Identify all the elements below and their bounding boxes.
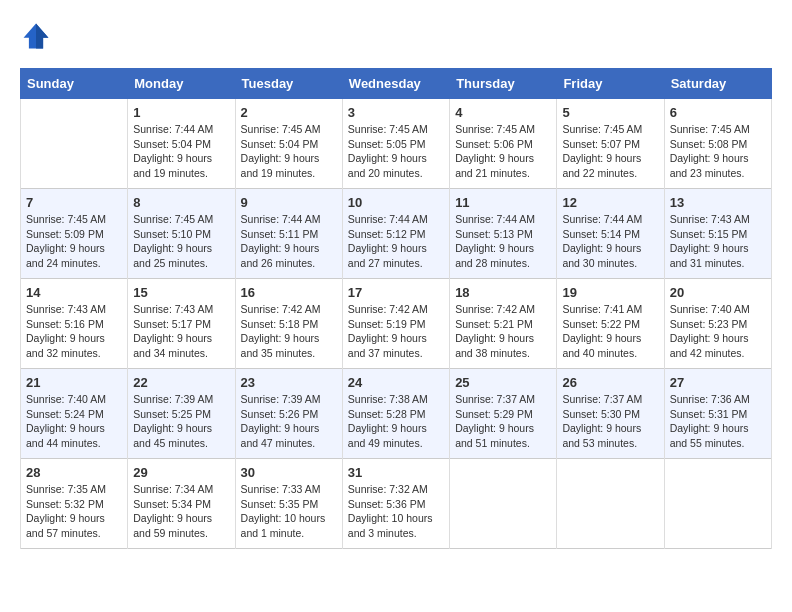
day-info: Sunrise: 7:45 AM Sunset: 5:04 PM Dayligh…	[241, 122, 337, 181]
column-header-thursday: Thursday	[450, 69, 557, 99]
day-cell: 4Sunrise: 7:45 AM Sunset: 5:06 PM Daylig…	[450, 99, 557, 189]
day-info: Sunrise: 7:45 AM Sunset: 5:09 PM Dayligh…	[26, 212, 122, 271]
day-number: 4	[455, 105, 551, 120]
day-cell: 10Sunrise: 7:44 AM Sunset: 5:12 PM Dayli…	[342, 189, 449, 279]
day-number: 16	[241, 285, 337, 300]
day-cell: 22Sunrise: 7:39 AM Sunset: 5:25 PM Dayli…	[128, 369, 235, 459]
week-row-1: 1Sunrise: 7:44 AM Sunset: 5:04 PM Daylig…	[21, 99, 772, 189]
day-info: Sunrise: 7:32 AM Sunset: 5:36 PM Dayligh…	[348, 482, 444, 541]
day-cell: 1Sunrise: 7:44 AM Sunset: 5:04 PM Daylig…	[128, 99, 235, 189]
week-row-3: 14Sunrise: 7:43 AM Sunset: 5:16 PM Dayli…	[21, 279, 772, 369]
day-cell: 18Sunrise: 7:42 AM Sunset: 5:21 PM Dayli…	[450, 279, 557, 369]
day-cell: 9Sunrise: 7:44 AM Sunset: 5:11 PM Daylig…	[235, 189, 342, 279]
day-info: Sunrise: 7:42 AM Sunset: 5:18 PM Dayligh…	[241, 302, 337, 361]
day-info: Sunrise: 7:37 AM Sunset: 5:29 PM Dayligh…	[455, 392, 551, 451]
day-info: Sunrise: 7:44 AM Sunset: 5:11 PM Dayligh…	[241, 212, 337, 271]
day-info: Sunrise: 7:45 AM Sunset: 5:10 PM Dayligh…	[133, 212, 229, 271]
day-info: Sunrise: 7:44 AM Sunset: 5:04 PM Dayligh…	[133, 122, 229, 181]
day-number: 10	[348, 195, 444, 210]
day-cell: 13Sunrise: 7:43 AM Sunset: 5:15 PM Dayli…	[664, 189, 771, 279]
day-info: Sunrise: 7:41 AM Sunset: 5:22 PM Dayligh…	[562, 302, 658, 361]
day-number: 17	[348, 285, 444, 300]
calendar-body: 1Sunrise: 7:44 AM Sunset: 5:04 PM Daylig…	[21, 99, 772, 549]
column-header-sunday: Sunday	[21, 69, 128, 99]
day-cell: 7Sunrise: 7:45 AM Sunset: 5:09 PM Daylig…	[21, 189, 128, 279]
day-cell: 30Sunrise: 7:33 AM Sunset: 5:35 PM Dayli…	[235, 459, 342, 549]
column-header-friday: Friday	[557, 69, 664, 99]
calendar-table: SundayMondayTuesdayWednesdayThursdayFrid…	[20, 68, 772, 549]
day-info: Sunrise: 7:45 AM Sunset: 5:05 PM Dayligh…	[348, 122, 444, 181]
day-info: Sunrise: 7:39 AM Sunset: 5:25 PM Dayligh…	[133, 392, 229, 451]
day-cell	[664, 459, 771, 549]
day-info: Sunrise: 7:45 AM Sunset: 5:06 PM Dayligh…	[455, 122, 551, 181]
day-info: Sunrise: 7:44 AM Sunset: 5:14 PM Dayligh…	[562, 212, 658, 271]
week-row-2: 7Sunrise: 7:45 AM Sunset: 5:09 PM Daylig…	[21, 189, 772, 279]
page-header	[20, 20, 772, 52]
day-number: 21	[26, 375, 122, 390]
day-cell: 14Sunrise: 7:43 AM Sunset: 5:16 PM Dayli…	[21, 279, 128, 369]
day-cell: 11Sunrise: 7:44 AM Sunset: 5:13 PM Dayli…	[450, 189, 557, 279]
column-header-monday: Monday	[128, 69, 235, 99]
day-info: Sunrise: 7:36 AM Sunset: 5:31 PM Dayligh…	[670, 392, 766, 451]
day-cell	[557, 459, 664, 549]
day-number: 13	[670, 195, 766, 210]
day-info: Sunrise: 7:38 AM Sunset: 5:28 PM Dayligh…	[348, 392, 444, 451]
day-number: 23	[241, 375, 337, 390]
day-cell: 27Sunrise: 7:36 AM Sunset: 5:31 PM Dayli…	[664, 369, 771, 459]
day-cell: 16Sunrise: 7:42 AM Sunset: 5:18 PM Dayli…	[235, 279, 342, 369]
day-cell: 25Sunrise: 7:37 AM Sunset: 5:29 PM Dayli…	[450, 369, 557, 459]
day-cell: 12Sunrise: 7:44 AM Sunset: 5:14 PM Dayli…	[557, 189, 664, 279]
day-cell: 28Sunrise: 7:35 AM Sunset: 5:32 PM Dayli…	[21, 459, 128, 549]
day-info: Sunrise: 7:34 AM Sunset: 5:34 PM Dayligh…	[133, 482, 229, 541]
day-info: Sunrise: 7:33 AM Sunset: 5:35 PM Dayligh…	[241, 482, 337, 541]
day-number: 15	[133, 285, 229, 300]
day-info: Sunrise: 7:42 AM Sunset: 5:21 PM Dayligh…	[455, 302, 551, 361]
day-number: 2	[241, 105, 337, 120]
day-cell: 17Sunrise: 7:42 AM Sunset: 5:19 PM Dayli…	[342, 279, 449, 369]
day-number: 30	[241, 465, 337, 480]
logo	[20, 20, 56, 52]
day-number: 6	[670, 105, 766, 120]
column-header-tuesday: Tuesday	[235, 69, 342, 99]
day-number: 11	[455, 195, 551, 210]
day-info: Sunrise: 7:35 AM Sunset: 5:32 PM Dayligh…	[26, 482, 122, 541]
day-cell: 26Sunrise: 7:37 AM Sunset: 5:30 PM Dayli…	[557, 369, 664, 459]
column-header-wednesday: Wednesday	[342, 69, 449, 99]
day-number: 20	[670, 285, 766, 300]
day-info: Sunrise: 7:42 AM Sunset: 5:19 PM Dayligh…	[348, 302, 444, 361]
day-number: 25	[455, 375, 551, 390]
day-number: 19	[562, 285, 658, 300]
day-number: 24	[348, 375, 444, 390]
day-number: 9	[241, 195, 337, 210]
day-number: 1	[133, 105, 229, 120]
day-number: 26	[562, 375, 658, 390]
day-number: 3	[348, 105, 444, 120]
day-number: 14	[26, 285, 122, 300]
day-number: 31	[348, 465, 444, 480]
day-info: Sunrise: 7:45 AM Sunset: 5:07 PM Dayligh…	[562, 122, 658, 181]
calendar-header: SundayMondayTuesdayWednesdayThursdayFrid…	[21, 69, 772, 99]
day-cell: 24Sunrise: 7:38 AM Sunset: 5:28 PM Dayli…	[342, 369, 449, 459]
day-number: 18	[455, 285, 551, 300]
day-cell: 19Sunrise: 7:41 AM Sunset: 5:22 PM Dayli…	[557, 279, 664, 369]
day-info: Sunrise: 7:44 AM Sunset: 5:13 PM Dayligh…	[455, 212, 551, 271]
day-number: 29	[133, 465, 229, 480]
logo-icon	[20, 20, 52, 52]
day-info: Sunrise: 7:45 AM Sunset: 5:08 PM Dayligh…	[670, 122, 766, 181]
day-cell: 2Sunrise: 7:45 AM Sunset: 5:04 PM Daylig…	[235, 99, 342, 189]
day-number: 12	[562, 195, 658, 210]
day-number: 22	[133, 375, 229, 390]
column-header-saturday: Saturday	[664, 69, 771, 99]
day-info: Sunrise: 7:43 AM Sunset: 5:17 PM Dayligh…	[133, 302, 229, 361]
day-cell: 20Sunrise: 7:40 AM Sunset: 5:23 PM Dayli…	[664, 279, 771, 369]
day-cell: 8Sunrise: 7:45 AM Sunset: 5:10 PM Daylig…	[128, 189, 235, 279]
day-cell: 29Sunrise: 7:34 AM Sunset: 5:34 PM Dayli…	[128, 459, 235, 549]
day-cell: 3Sunrise: 7:45 AM Sunset: 5:05 PM Daylig…	[342, 99, 449, 189]
day-number: 5	[562, 105, 658, 120]
day-info: Sunrise: 7:40 AM Sunset: 5:24 PM Dayligh…	[26, 392, 122, 451]
day-info: Sunrise: 7:37 AM Sunset: 5:30 PM Dayligh…	[562, 392, 658, 451]
day-info: Sunrise: 7:43 AM Sunset: 5:16 PM Dayligh…	[26, 302, 122, 361]
day-number: 8	[133, 195, 229, 210]
day-cell	[450, 459, 557, 549]
day-cell: 15Sunrise: 7:43 AM Sunset: 5:17 PM Dayli…	[128, 279, 235, 369]
